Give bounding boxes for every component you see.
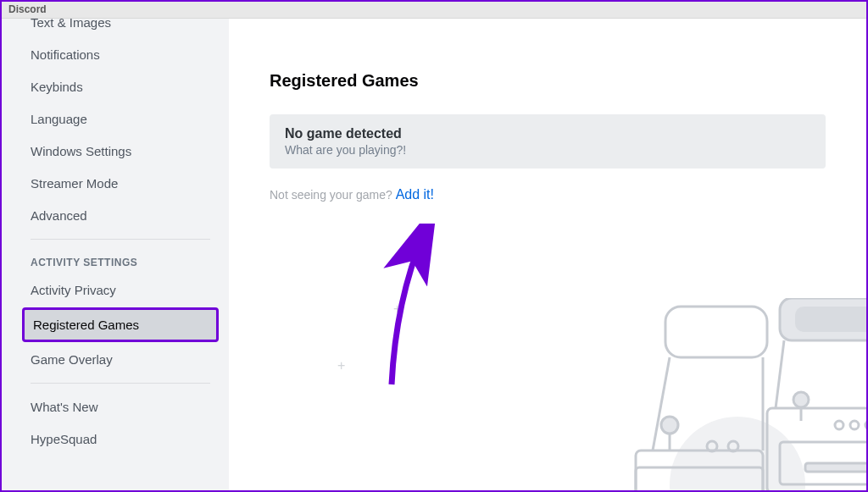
detect-title: No game detected — [285, 126, 810, 141]
game-detection-box: No game detected What are you playing?! — [270, 114, 826, 169]
svg-point-19 — [850, 421, 859, 429]
sidebar-item-windows-settings[interactable]: Windows Settings — [22, 136, 219, 166]
plus-decoration-icon: + — [337, 358, 345, 373]
sidebar-item-label: Language — [31, 112, 87, 126]
sidebar-item-streamer-mode[interactable]: Streamer Mode — [22, 169, 219, 198]
sidebar-item-label: HypeSquad — [31, 432, 97, 446]
detect-sub: What are you playing?! — [285, 143, 810, 157]
sidebar-item-label: Keybinds — [31, 80, 83, 94]
svg-point-18 — [835, 421, 843, 429]
sidebar-item-label: Activity Privacy — [31, 283, 116, 297]
not-seeing-text: Not seeing your game? — [270, 188, 396, 202]
sidebar-item-keybinds[interactable]: Keybinds — [22, 72, 219, 102]
svg-rect-3 — [665, 307, 767, 357]
add-it-link[interactable]: Add it! — [396, 187, 434, 202]
svg-point-6 — [661, 417, 678, 434]
sidebar-item-activity-privacy[interactable]: Activity Privacy — [22, 275, 219, 305]
sidebar-item-label: Advanced — [31, 208, 87, 223]
svg-rect-12 — [795, 307, 866, 332]
sidebar-item-label: What's New — [31, 400, 98, 414]
svg-point-16 — [793, 392, 809, 407]
window-title: Discord — [2, 2, 866, 19]
sidebar-item-game-overlay[interactable]: Game Overlay — [22, 345, 219, 374]
not-seeing-row: Not seeing your game? Add it! — [270, 187, 826, 202]
svg-line-4 — [653, 357, 670, 451]
sidebar-item-label: Registered Games — [33, 318, 139, 332]
arcade-illustration — [585, 298, 866, 490]
page-title: Registered Games — [270, 71, 826, 91]
sidebar-item-notifications[interactable]: Notifications — [22, 40, 219, 69]
sidebar-item-hypesquad[interactable]: HypeSquad — [22, 424, 219, 454]
sidebar-item-whats-new[interactable]: What's New — [22, 392, 219, 422]
sidebar-item-language[interactable]: Language — [22, 104, 219, 134]
svg-rect-23 — [805, 463, 866, 472]
sidebar-item-label: Notifications — [31, 47, 100, 62]
svg-point-1 — [670, 417, 805, 490]
sidebar-section-header: ACTIVITY SETTINGS — [22, 248, 219, 275]
plus-decoration-icon: + — [393, 301, 401, 317]
sidebar-item-label: Windows Settings — [31, 144, 131, 158]
sidebar-item-advanced[interactable]: Advanced — [22, 201, 219, 230]
svg-point-20 — [865, 421, 866, 429]
svg-line-13 — [776, 340, 784, 408]
sidebar-item-label: Streamer Mode — [31, 176, 118, 191]
app-container: Text & Images Notifications Keybinds Lan… — [2, 19, 866, 490]
sidebar-item-text-images[interactable]: Text & Images — [22, 19, 219, 37]
settings-sidebar: Text & Images Notifications Keybinds Lan… — [2, 19, 229, 490]
sidebar-divider — [31, 383, 210, 384]
sidebar-item-registered-games[interactable]: Registered Games — [22, 307, 219, 342]
content-panel: Registered Games No game detected What a… — [229, 19, 866, 490]
sidebar-divider — [31, 239, 210, 240]
sidebar-item-label: Game Overlay — [31, 352, 113, 367]
sidebar-item-label: Text & Images — [31, 19, 111, 30]
